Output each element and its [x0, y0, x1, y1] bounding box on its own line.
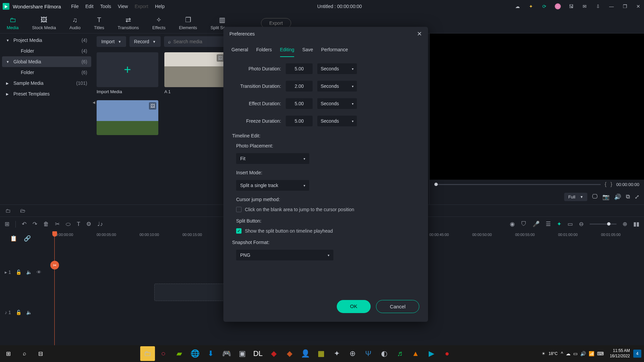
weather-icon[interactable]: ☀ [542, 351, 545, 356]
taskbar-app[interactable]: ◆ [266, 346, 281, 361]
sidebar-item-folder-1[interactable]: Folder(4) [2, 46, 91, 56]
mark-out-icon[interactable]: } [610, 181, 612, 187]
tab-effects[interactable]: ✧Effects [146, 13, 172, 33]
tag-icon[interactable]: ⬭ [66, 221, 71, 228]
idea-icon[interactable]: ✦ [528, 3, 534, 9]
playhead-knob-icon[interactable] [52, 231, 57, 237]
task-view-icon[interactable]: ⊟ [35, 348, 46, 359]
tab-stock-media[interactable]: 🖼Stock Media [25, 13, 63, 33]
sidebar-item-folder-2[interactable]: Folder(6) [2, 67, 91, 78]
taskbar-app[interactable]: 🗀 [140, 346, 155, 361]
mail-icon[interactable]: ✉ [582, 3, 588, 9]
menu-tools[interactable]: Tools [100, 4, 111, 9]
media-import-tile[interactable]: +Import Media [97, 52, 158, 94]
mute-icon[interactable]: 🔈 [26, 269, 32, 275]
shield-icon[interactable]: ⛉ [521, 221, 527, 228]
taskbar-app[interactable]: ✦ [329, 346, 344, 361]
taskbar-app[interactable]: ▰ [172, 346, 186, 361]
tray-chevron-icon[interactable]: ^ [561, 351, 563, 356]
taskbar-app[interactable]: ⬇ [203, 346, 218, 361]
tray-onedrive-icon[interactable]: ☁ [566, 351, 571, 356]
preview-video[interactable] [430, 34, 644, 180]
mark-in-icon[interactable]: { [605, 181, 606, 187]
playhead[interactable]: ✂ [54, 231, 55, 356]
sidebar-item-preset-templates[interactable]: ▶Preset Templates [2, 88, 91, 99]
tab-audio[interactable]: ♫Audio [63, 13, 87, 33]
zoom-slider[interactable] [590, 224, 616, 225]
export-button[interactable]: Export [261, 18, 291, 28]
mute-icon[interactable]: 🔈 [26, 310, 32, 315]
display-icon[interactable]: 🖵 [592, 193, 598, 200]
freeze-duration-input[interactable] [286, 116, 313, 126]
tab-editing[interactable]: Editing [280, 44, 294, 57]
sidebar-item-global-media[interactable]: ▼Global Media(6) [2, 56, 91, 67]
delete-icon[interactable]: 🗑 [43, 221, 49, 228]
taskbar-app[interactable]: ♬ [392, 346, 407, 361]
transition-duration-input[interactable] [286, 81, 313, 92]
snapshot-icon[interactable]: 📷 [602, 193, 609, 200]
undo-icon[interactable]: ↶ [22, 221, 26, 228]
tab-save[interactable]: Save [302, 44, 313, 57]
mixer-icon[interactable]: ☰ [546, 221, 551, 228]
taskbar-app[interactable]: ◆ [282, 346, 297, 361]
tray-ime-icon[interactable]: ⌨ [597, 351, 604, 356]
menu-view[interactable]: View [118, 4, 128, 9]
cancel-button[interactable]: Cancel [376, 300, 419, 313]
tab-performance[interactable]: Performance [321, 44, 348, 57]
taskbar-clock[interactable]: 11:55 AM 16/12/2022 [610, 348, 630, 359]
notifications-icon[interactable]: 4 [633, 350, 641, 358]
split-button-checkbox[interactable]: ✓ [236, 228, 241, 234]
taskbar-app[interactable]: 👤 [298, 346, 313, 361]
adjust-icon[interactable]: ⚙ [86, 221, 91, 228]
minimize-icon[interactable]: — [608, 3, 614, 9]
menu-help[interactable]: Help [155, 4, 165, 9]
media-item[interactable]: 🖼A 1 [164, 52, 226, 94]
collapse-handle-icon[interactable]: ◀ [92, 101, 96, 104]
tab-folders[interactable]: Folders [256, 44, 272, 57]
tab-general[interactable]: General [231, 44, 248, 57]
equalizer-icon[interactable]: ♩♪ [97, 221, 103, 228]
eye-icon[interactable]: 👁 [37, 269, 41, 275]
playhead-split-icon[interactable]: ✂ [50, 261, 59, 269]
maximize-icon[interactable]: ❐ [622, 3, 628, 9]
grid-icon[interactable]: ⊞ [5, 221, 9, 228]
taskbar-app[interactable]: ◐ [377, 346, 391, 361]
lock-icon[interactable]: 🔓 [16, 310, 21, 315]
tray-wifi-icon[interactable]: 📶 [589, 351, 594, 356]
search-icon[interactable]: ⌕ [19, 348, 30, 359]
photo-placement-select[interactable]: Fit▾ [236, 153, 309, 164]
photo-duration-unit-select[interactable]: Seconds▾ [317, 63, 357, 74]
volume-icon[interactable]: 🔊 [614, 193, 621, 200]
import-dropdown[interactable]: Import▼ [97, 36, 126, 47]
taskbar-app[interactable]: ● [440, 346, 454, 361]
tab-elements[interactable]: ❐Elements [172, 13, 204, 33]
fit-icon[interactable]: ▮▮ [633, 221, 639, 228]
zoom-in-icon[interactable]: ⊕ [623, 221, 627, 228]
media-item[interactable]: 🖼 [97, 100, 158, 137]
tray-battery-icon[interactable]: ▭ [573, 351, 578, 356]
zoom-out-icon[interactable]: ⊖ [579, 221, 584, 228]
photo-duration-input[interactable] [286, 63, 313, 74]
preview-quality-select[interactable]: Full▼ [564, 193, 587, 201]
link-icon[interactable]: 🔗 [24, 235, 31, 242]
clipboard-icon[interactable]: 📋 [10, 235, 17, 242]
headset-icon[interactable]: ⟳ [541, 3, 547, 9]
preview-scrubber[interactable] [434, 184, 601, 185]
text-icon[interactable]: T [77, 221, 80, 228]
cloud-icon[interactable]: ☁ [515, 3, 521, 9]
effect-duration-unit-select[interactable]: Seconds▾ [317, 98, 357, 109]
close-icon[interactable]: ✕ [635, 3, 641, 9]
tray-volume-icon[interactable]: 🔊 [580, 351, 586, 356]
tab-media[interactable]: 🗀Media [0, 13, 25, 33]
taskbar-app[interactable]: ⊕ [345, 346, 360, 361]
download-icon[interactable]: ⇩ [595, 3, 601, 9]
menu-edit[interactable]: Edit [86, 4, 94, 9]
voiceover-icon[interactable]: 🎤 [533, 221, 540, 228]
crop-icon[interactable]: ▭ [568, 221, 573, 228]
transition-duration-unit-select[interactable]: Seconds▾ [317, 81, 357, 92]
freeze-duration-unit-select[interactable]: Seconds▾ [317, 116, 357, 126]
taskbar-app[interactable]: ▶ [424, 346, 439, 361]
ok-button[interactable]: OK [337, 300, 371, 313]
taskbar-app[interactable]: 🌐 [187, 346, 202, 361]
popout-icon[interactable]: ⧉ [626, 193, 630, 200]
